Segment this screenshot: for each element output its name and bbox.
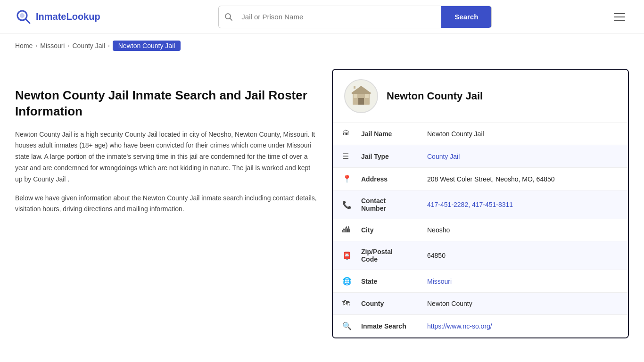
logo-text: InmateLookup [36,11,100,22]
building-icon [349,84,373,108]
row-icon-cell: 🔍 [333,315,352,337]
table-row: 📍Address208 West Coler Street, Neosho, M… [333,168,628,190]
row-icon-cell: 🏙 [333,219,352,241]
row-icon: 📞 [342,200,352,209]
svg-rect-11 [354,86,355,89]
site-header: InmateLookup Search [0,0,644,34]
row-icon: 🏙 [342,226,350,234]
svg-point-2 [20,13,25,18]
svg-line-4 [230,18,232,20]
row-icon: 📍 [342,174,352,183]
row-icon-cell: 📍 [333,168,352,190]
row-icon: 🔍 [342,321,352,330]
row-icon: 🌐 [342,277,352,286]
search-icon [219,13,238,21]
search-button[interactable]: Search [441,6,491,28]
breadcrumb: Home › Missouri › County Jail › Newton C… [0,34,644,58]
table-row: 📮Zip/Postal Code64850 [333,241,628,270]
search-input[interactable] [238,7,441,26]
row-icon-cell: ☰ [333,145,352,168]
row-icon: 🗺 [342,299,350,308]
row-value[interactable]: https://www.nc-so.org/ [418,315,628,337]
svg-line-1 [25,19,30,23]
row-link[interactable]: 417-451-2282, 417-451-8311 [427,201,513,208]
row-label: Jail Type [352,145,418,168]
breadcrumb-county-jail[interactable]: County Jail [72,42,105,49]
chevron-icon-2: › [67,42,69,49]
svg-rect-8 [354,94,357,98]
breadcrumb-missouri[interactable]: Missouri [40,42,65,49]
row-label: Inmate Search [352,315,418,337]
search-bar: Search [218,6,492,28]
right-panel: Newton County Jail 🏛Jail NameNewton Coun… [332,69,629,338]
main-content: Newton County Jail Inmate Search and Jai… [0,58,644,361]
table-row: 🌐StateMissouri [333,270,628,293]
table-row: 🏛Jail NameNewton County Jail [333,123,628,145]
row-value: Newton County Jail [418,123,628,145]
info-table: 🏛Jail NameNewton County Jail☰Jail TypeCo… [333,123,628,337]
row-link[interactable]: Missouri [427,278,452,285]
row-icon-cell: 📮 [333,241,352,270]
table-row: 🗺CountyNewton County [333,293,628,315]
row-icon: ☰ [342,152,349,161]
logo-link[interactable]: InmateLookup [15,8,100,25]
breadcrumb-home[interactable]: Home [15,42,33,49]
row-label: County [352,293,418,315]
table-row: 🏙CityNeosho [333,219,628,241]
row-label: Jail Name [352,123,418,145]
hamburger-line2 [614,16,625,17]
logo-icon [15,8,32,25]
table-row: 📞Contact Number417-451-2282, 417-451-831… [333,190,628,219]
info-card: Newton County Jail 🏛Jail NameNewton Coun… [332,69,629,338]
row-icon: 🏛 [342,130,350,138]
hamburger-line3 [614,20,625,21]
row-label: City [352,219,418,241]
row-value: 208 West Coler Street, Neosho, MO, 64850 [418,168,628,190]
row-icon-cell: 📞 [333,190,352,219]
row-icon-cell: 🗺 [333,293,352,315]
svg-rect-7 [358,98,364,105]
page-title: Newton County Jail Inmate Search and Jai… [15,88,317,120]
page-description-2: Below we have given information about th… [15,193,317,215]
row-label: State [352,270,418,293]
row-icon-cell: 🏛 [333,123,352,145]
chevron-icon-1: › [35,42,37,49]
card-title: Newton County Jail [387,90,483,102]
page-description-1: Newton County Jail is a high security Co… [15,129,317,185]
row-label: Contact Number [352,190,418,219]
table-row: 🔍Inmate Searchhttps://www.nc-so.org/ [333,315,628,337]
row-value: Newton County [418,293,628,315]
row-value: 64850 [418,241,628,270]
table-row: ☰Jail TypeCounty Jail [333,145,628,168]
row-label: Address [352,168,418,190]
row-link[interactable]: County Jail [427,153,460,160]
hamburger-line1 [614,13,625,14]
svg-rect-9 [365,94,369,98]
left-panel: Newton County Jail Inmate Search and Jai… [15,69,317,338]
svg-rect-10 [352,92,371,94]
row-link[interactable]: https://www.nc-so.org/ [427,322,492,330]
jail-avatar [344,79,378,113]
row-value: Neosho [418,219,628,241]
row-icon: 📮 [342,251,352,260]
row-label: Zip/Postal Code [352,241,418,270]
row-value[interactable]: County Jail [418,145,628,168]
row-icon-cell: 🌐 [333,270,352,293]
row-value[interactable]: Missouri [418,270,628,293]
menu-button[interactable] [610,9,629,25]
row-value[interactable]: 417-451-2282, 417-451-8311 [418,190,628,219]
breadcrumb-current: Newton County Jail [113,41,181,51]
card-header: Newton County Jail [333,70,628,123]
chevron-icon-3: › [108,42,110,49]
